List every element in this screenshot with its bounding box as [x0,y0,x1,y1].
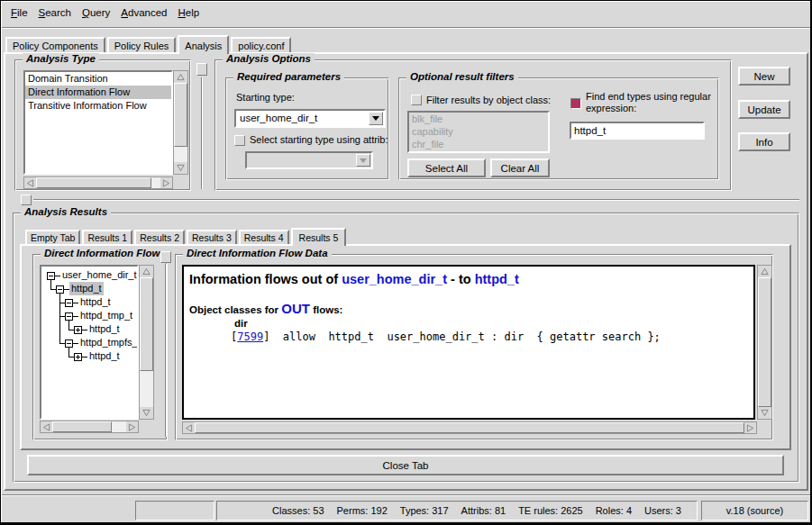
analysis-type-option-selected[interactable]: Direct Information Flow [25,86,171,99]
select-all-button[interactable]: Select All [407,158,486,177]
stat-attribs: Attribs: 81 [461,505,506,516]
data-subheading: Object classes for OUT flows: [189,301,342,316]
sash-handle[interactable] [160,251,171,263]
scroll-right-icon[interactable] [126,421,138,432]
scroll-up-icon[interactable] [174,71,187,83]
scrollbar-thumb[interactable] [140,277,153,371]
object-class-item: chr_file [409,138,548,150]
scroll-right-icon[interactable] [744,422,756,433]
object-class-item: capability [409,125,548,138]
starting-type-value: user_home_dir_t [240,113,317,123]
scroll-left-icon[interactable] [41,421,52,432]
statusbar-stats: Classes: 53 Perms: 192 Types: 317 Attrib… [216,501,698,520]
dropdown-arrow-icon[interactable] [369,112,383,125]
tree-collapse-icon[interactable] [65,299,73,307]
tab-label: policy.conf [238,41,284,51]
tab-results-1[interactable]: Results 1 [82,230,132,244]
menu-file[interactable]: File [5,3,33,23]
tree-node-label[interactable]: httpd_t [69,282,104,295]
tree-node-label[interactable]: user_home_dir_t [60,268,139,282]
statusbar-version: v.18 (source) [701,501,808,520]
close-tab-button[interactable]: Close Tab [27,455,784,475]
scrollbar-trough[interactable] [112,421,126,432]
analysis-type-option[interactable]: Domain Transition [25,72,171,86]
scrollbar-thumb[interactable] [52,421,112,432]
new-button[interactable]: New [738,67,790,86]
object-class-listbox: blk_file capability chr_file [407,111,550,153]
rule-id-link[interactable]: 7599 [237,330,263,343]
scroll-down-icon[interactable] [140,407,153,419]
scroll-left-icon[interactable] [24,177,36,188]
stat-users: Users: 3 [644,505,681,516]
tab-policy-components[interactable]: Policy Components [5,37,105,52]
data-hscrollbar[interactable] [182,421,757,434]
sash-handle[interactable] [21,195,32,205]
menu-help[interactable]: Help [172,3,205,23]
tab-analysis[interactable]: Analysis [178,35,229,54]
analysis-type-hscrollbar[interactable] [23,177,173,189]
attrib-checkbox[interactable] [234,135,245,146]
starting-type-combobox[interactable]: user_home_dir_t [234,109,386,128]
info-button[interactable]: Info [738,132,790,151]
scroll-right-icon[interactable] [160,177,172,188]
scrollbar-thumb[interactable] [758,277,771,407]
data-vscrollbar[interactable] [757,265,772,420]
analysis-type-option[interactable]: Transitive Information Flow [25,99,171,113]
scroll-up-icon[interactable] [758,266,771,277]
scroll-down-icon[interactable] [174,162,187,174]
regex-input[interactable]: httpd_t [570,122,705,140]
regex-checkbox[interactable] [570,98,581,109]
tab-label: Empty Tab [31,232,75,243]
sash-handle[interactable] [196,63,207,76]
attrib-combobox [245,151,373,169]
tab-label: Results 3 [192,232,232,243]
clear-all-button[interactable]: Clear All [490,158,550,177]
menu-advanced[interactable]: Advanced [115,3,172,23]
sash-line [165,264,167,437]
tree-node-label[interactable]: httpd_tmpfs_t [78,336,139,349]
scrollbar-trough[interactable] [151,177,160,188]
menu-query[interactable]: Query [77,3,115,23]
flow-data-textarea[interactable]: Information flows out of user_home_dir_t… [182,265,755,420]
scroll-up-icon[interactable] [140,266,153,277]
scrollbar-thumb[interactable] [36,177,151,188]
scrollbar-trough[interactable] [140,371,153,407]
tree-collapse-icon[interactable] [65,312,73,321]
update-button[interactable]: Update [738,100,790,119]
tab-label: Results 4 [244,232,284,243]
tab-policy-rules[interactable]: Policy Rules [107,37,177,52]
rule-line: [7599] allow httpd_t user_home_dir_t : d… [231,330,661,343]
tree-vscrollbar[interactable] [139,265,154,420]
tab-policy-conf[interactable]: policy.conf [231,37,291,52]
scroll-down-icon[interactable] [758,407,771,419]
subheading-prefix: Object classes for [189,304,281,315]
tree-collapse-icon[interactable] [65,339,73,348]
filter-by-class-checkbox[interactable] [411,95,422,105]
menu-search[interactable]: Search [33,3,77,23]
tree-node-label[interactable]: httpd_t [78,295,113,309]
scroll-left-icon[interactable] [183,422,195,433]
tree-collapse-icon[interactable] [56,285,64,294]
tree-collapse-icon[interactable] [47,272,55,280]
filter-by-class-label[interactable]: Filter results by object class: [426,95,551,105]
tab-results-4[interactable]: Results 4 [239,230,289,244]
flow-tree-title: Direct Information Flow T [41,248,163,258]
tree-node-label[interactable]: httpd_t [87,349,122,363]
tree-node-label[interactable]: httpd_t [87,322,122,336]
tab-results-5[interactable]: Results 5 [291,228,347,246]
scrollbar-thumb[interactable] [195,422,744,433]
scrollbar-trough[interactable] [174,147,187,162]
tree-node-label[interactable]: httpd_tmp_t [78,309,134,322]
analysis-type-vscrollbar[interactable] [173,70,188,175]
close-tab-label: Close Tab [383,460,429,471]
tree-expand-icon[interactable] [74,353,82,361]
attrib-checkbox-label[interactable]: Select starting type using attrib: [250,134,388,145]
tree-hscrollbar[interactable] [40,421,139,433]
tab-empty-tab[interactable]: Empty Tab [25,230,80,244]
tab-results-3[interactable]: Results 3 [187,230,237,244]
scrollbar-thumb[interactable] [174,83,187,147]
tab-results-2[interactable]: Results 2 [134,230,185,244]
tree-expand-icon[interactable] [74,326,82,334]
statusbar-cell-empty [135,501,214,520]
regex-checkbox-label[interactable]: Find end types using regular expression: [586,91,714,114]
